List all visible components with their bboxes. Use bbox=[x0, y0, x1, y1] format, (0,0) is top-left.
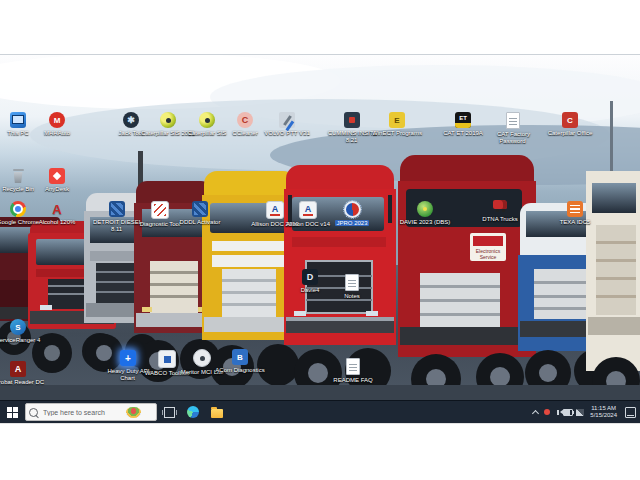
desktop-icon-readme-faq[interactable]: README FAQ bbox=[325, 358, 381, 384]
desktop-icon-art bbox=[10, 112, 26, 128]
desktop-icon-label: CAT ET 2019A bbox=[435, 130, 491, 137]
desktop-icon-art bbox=[279, 112, 295, 128]
desktop-icon-art bbox=[299, 201, 317, 219]
clock-date: 5/15/2024 bbox=[590, 412, 617, 419]
desktop-icon-label: Acrobat Reader DC bbox=[0, 379, 46, 386]
desktop-icon-art bbox=[10, 319, 26, 335]
desktop-icon-art bbox=[123, 112, 139, 128]
desktop-icon-label: JPRO 2023 bbox=[324, 220, 380, 227]
desktop-icon-art bbox=[346, 358, 360, 375]
start-button[interactable] bbox=[0, 401, 24, 423]
desktop-icon-texa-idc5[interactable]: TEXA IDC5 bbox=[547, 201, 603, 226]
desktop-icon-art bbox=[160, 112, 176, 128]
desktop-icon-art bbox=[232, 349, 248, 365]
desktop-icon-anydesk[interactable]: AnyDesk bbox=[29, 168, 85, 193]
desktop-icon-label: README FAQ bbox=[325, 377, 381, 384]
windows-logo-icon bbox=[7, 407, 18, 418]
task-view-button[interactable] bbox=[157, 401, 181, 423]
desktop-icon-art bbox=[10, 361, 26, 377]
desktop-icon-winect-programs[interactable]: WinECT Programs bbox=[369, 112, 425, 137]
desktop-icon-jpro-2023[interactable]: JPRO 2023 bbox=[324, 201, 380, 227]
desktop-icon-label: VOLVO PTT V31 bbox=[259, 130, 315, 137]
desktop-icon-label: MHHAuto bbox=[29, 130, 85, 137]
desktop-icon-davie-dbs[interactable]: DAVIE 2023 (DBS) bbox=[397, 201, 453, 226]
desktop-icon-art bbox=[49, 112, 65, 128]
desktop-icon-dddl-activator[interactable]: DDDL Activator bbox=[172, 201, 228, 226]
desktop-icon-acom-diagnostics[interactable]: ACom Diagnostics bbox=[212, 349, 268, 374]
file-explorer-button[interactable] bbox=[205, 401, 229, 423]
desktop-icon-art bbox=[192, 201, 208, 217]
desktop-icon-cat-factory-password[interactable]: CAT Factory Password bbox=[485, 112, 541, 145]
desktop-icon-label: DTNA Trucks bbox=[472, 216, 528, 223]
edge-button[interactable] bbox=[181, 401, 205, 423]
desktop-icon-acrobat-reader[interactable]: Acrobat Reader DC bbox=[0, 361, 46, 386]
desktop-icon-mhhauto[interactable]: MHHAuto bbox=[29, 112, 85, 137]
taskbar: 11:15 AM 5/15/2024 bbox=[0, 400, 640, 423]
desktop-icon-art bbox=[109, 201, 125, 217]
desktop-icon-label: CAT Factory Password bbox=[485, 131, 541, 145]
desktop-icon-art bbox=[455, 112, 471, 128]
screenshot-stage: Electronics Service bbox=[0, 0, 640, 480]
desktop-icon-caterpillar-office[interactable]: Caterpillar Office bbox=[542, 112, 598, 137]
network-icon[interactable] bbox=[574, 404, 585, 420]
desktop-icon-label: DDDL Activator bbox=[172, 219, 228, 226]
desktop-icon-label: Notes bbox=[324, 293, 380, 300]
desktop-icon-art bbox=[344, 201, 361, 218]
desktop-icon-art bbox=[562, 112, 578, 128]
desktop-icon-cat-et[interactable]: CAT ET 2019A bbox=[435, 112, 491, 137]
edge-icon bbox=[187, 406, 199, 418]
desktop-icon-art bbox=[10, 201, 26, 217]
taskbar-search[interactable] bbox=[25, 403, 157, 421]
desktop-icon-label: Caterpillar Office bbox=[542, 130, 598, 137]
desktop-icon-art bbox=[492, 198, 508, 214]
clock-time: 11:15 AM bbox=[590, 405, 617, 412]
desktop-icon-art bbox=[49, 168, 65, 184]
desktop-icon-dtna-trucks[interactable]: DTNA Trucks bbox=[472, 198, 528, 223]
desktop-icons: This PC MHHAuto Jack Tool Caterpillar SI… bbox=[0, 55, 640, 401]
desktop-icon-label: Alcohol 120% bbox=[29, 219, 85, 226]
desktop-icon-art bbox=[237, 112, 253, 128]
task-view-icon bbox=[164, 407, 175, 418]
search-icon bbox=[29, 408, 38, 417]
desktop-icon-label: AnyDesk bbox=[29, 186, 85, 193]
desktop-icon-label: ServiceRanger 4 bbox=[0, 337, 46, 344]
desktop-icon-art bbox=[506, 112, 520, 129]
action-center-icon bbox=[625, 407, 636, 418]
desktop-icon-alcohol-120[interactable]: Alcohol 120% bbox=[29, 201, 85, 226]
action-center-button[interactable] bbox=[622, 401, 638, 423]
volume-icon[interactable] bbox=[552, 404, 563, 420]
desktop-icon-art bbox=[10, 168, 26, 184]
system-tray: 11:15 AM 5/15/2024 bbox=[530, 401, 640, 423]
desktop-icon-art bbox=[49, 201, 65, 217]
desktop-icon-notes-doc[interactable]: Notes bbox=[324, 274, 380, 300]
desktop-icon-art bbox=[302, 269, 318, 285]
desktop-icon-label: ACom Diagnostics bbox=[212, 367, 268, 374]
search-input[interactable] bbox=[41, 408, 123, 417]
file-explorer-icon bbox=[211, 409, 223, 418]
desktop-icon-serviceranger[interactable]: ServiceRanger 4 bbox=[0, 319, 46, 344]
desktop-icon-art bbox=[344, 112, 360, 128]
desktop-icon-art bbox=[193, 349, 211, 367]
desktop-icon-art bbox=[120, 350, 136, 366]
desktop-icon-label: WinECT Programs bbox=[369, 130, 425, 137]
hidden-icons-icon[interactable] bbox=[530, 404, 541, 420]
desktop-icon-art bbox=[389, 112, 405, 128]
taskbar-clock[interactable]: 11:15 AM 5/15/2024 bbox=[586, 405, 621, 419]
desktop-icon-label: DAVIE 2023 (DBS) bbox=[397, 219, 453, 226]
desktop-icon-art bbox=[567, 201, 583, 217]
desktop-icon-art bbox=[345, 274, 359, 291]
desktop-icon-label: TEXA IDC5 bbox=[547, 219, 603, 226]
desktop-icon-art bbox=[199, 112, 215, 128]
search-highlight-icon[interactable] bbox=[126, 407, 141, 418]
desktop-icon-volvo-ptt[interactable]: VOLVO PTT V31 bbox=[259, 112, 315, 137]
desktop-icon-art bbox=[417, 201, 433, 217]
battery-icon[interactable] bbox=[563, 404, 574, 420]
desktop-icon-art bbox=[151, 201, 169, 219]
tray-icons bbox=[530, 404, 585, 420]
windows-desktop[interactable]: Electronics Service bbox=[0, 54, 640, 424]
anydesk-tray-icon[interactable] bbox=[541, 404, 552, 420]
